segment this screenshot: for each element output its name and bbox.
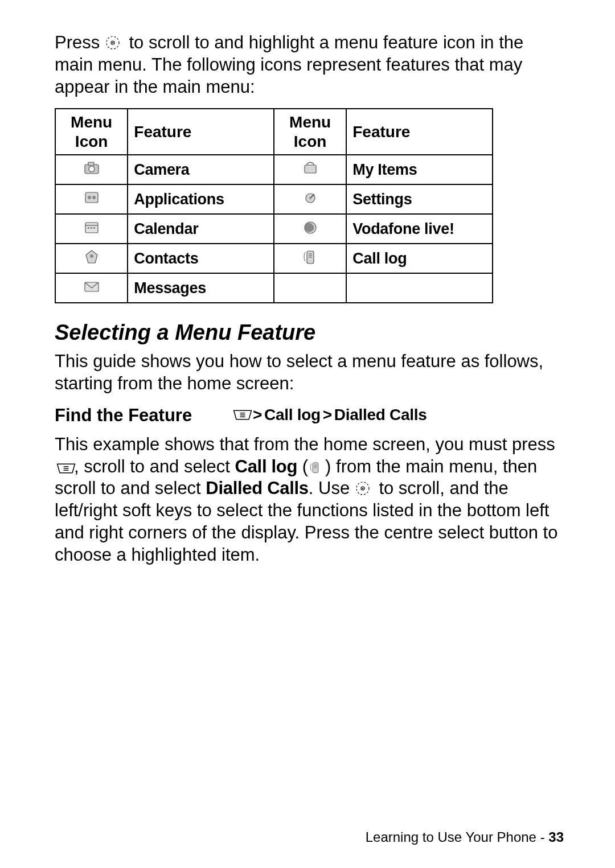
section-heading: Selecting a Menu Feature	[55, 320, 564, 345]
footer-text: Learning to Use Your Phone -	[366, 829, 549, 845]
intro-prefix: Press	[55, 32, 105, 52]
menu-key-icon	[231, 407, 251, 423]
find-feature-path: > Call log > Dialled Calls	[231, 406, 427, 424]
th-menu-icon-left: Menu Icon	[55, 109, 128, 155]
feature-call-log: Call log	[346, 244, 493, 273]
table-row: Camera My Items	[55, 155, 493, 184]
feature-contacts: Contacts	[128, 244, 274, 273]
messages-icon	[82, 278, 101, 295]
path-call-log: Call log	[264, 406, 321, 424]
feature-my-items: My Items	[346, 155, 493, 184]
gt-separator: >	[323, 406, 332, 424]
th-menu-icon-right: Menu Icon	[274, 109, 346, 155]
table-row: Messages	[55, 273, 493, 303]
bold-call-log: Call log	[235, 456, 298, 476]
bold-dialled-calls: Dialled Calls	[206, 478, 308, 498]
intro-paragraph: Press to scroll to and highlight a menu …	[55, 32, 564, 98]
feature-settings: Settings	[346, 184, 493, 214]
table-row: Applications Settings	[55, 184, 493, 214]
settings-icon	[301, 189, 320, 206]
example-paragraph: This example shows that from the home sc…	[55, 434, 564, 566]
feature-messages: Messages	[128, 273, 274, 303]
find-the-feature-row: Find the Feature > Call log > Dialled Ca…	[55, 405, 564, 426]
page-number: 33	[548, 829, 564, 845]
menu-icon-table: Menu Icon Feature Menu Icon Feature Came…	[55, 108, 493, 303]
find-feature-label: Find the Feature	[55, 405, 231, 426]
table-row: Calendar Vodafone live!	[55, 214, 493, 244]
applications-icon	[82, 189, 101, 206]
feature-applications: Applications	[128, 184, 274, 214]
path-dialled-calls: Dialled Calls	[334, 406, 427, 424]
page-footer: Learning to Use Your Phone - 33	[366, 829, 564, 845]
gt-separator: >	[253, 406, 262, 424]
intro-suffix: to scroll to and highlight a menu featur…	[55, 32, 523, 97]
feature-camera: Camera	[128, 155, 274, 184]
call-log-icon	[301, 248, 320, 265]
contacts-icon	[82, 248, 101, 265]
call-log-icon	[308, 458, 325, 471]
table-row: Contacts Call log	[55, 244, 493, 273]
feature-calendar: Calendar	[128, 214, 274, 244]
feature-vodafone-live: Vodafone live!	[346, 214, 493, 244]
menu-key-icon	[55, 458, 74, 474]
camera-icon	[82, 159, 101, 176]
vodafone-live-icon	[301, 219, 320, 236]
calendar-icon	[82, 219, 101, 236]
empty-icon-cell	[274, 273, 346, 303]
nav-key-icon	[355, 480, 374, 496]
nav-key-icon	[105, 34, 124, 50]
section-intro: This guide shows you how to select a men…	[55, 351, 564, 395]
th-feature-right: Feature	[346, 109, 493, 155]
empty-feature-cell	[346, 273, 493, 303]
th-feature-left: Feature	[128, 109, 274, 155]
my-items-icon	[301, 159, 320, 176]
